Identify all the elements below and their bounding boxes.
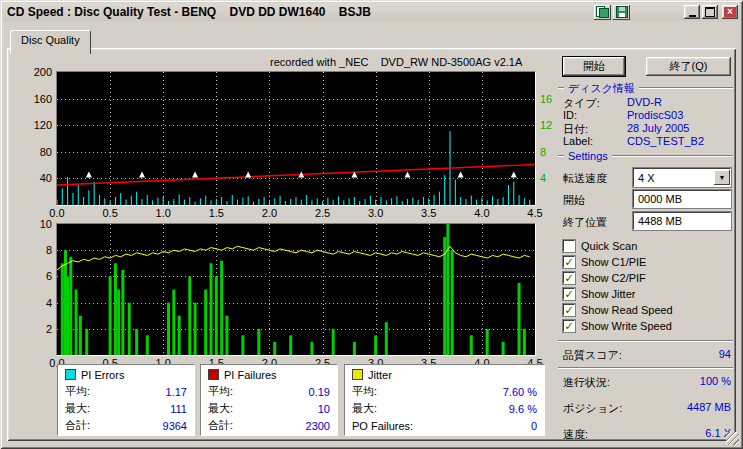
stat-value: 10	[318, 403, 330, 415]
quality-score-row: 品質スコア:94	[563, 348, 731, 363]
axis-tick-label: 10	[22, 218, 52, 230]
checkbox-box[interactable]: ✓	[563, 320, 575, 332]
checkbox-show-read-speed[interactable]: ✓Show Read Speed	[563, 303, 673, 317]
end-position-field[interactable]: 4488 MB	[633, 212, 731, 230]
stat-value: 2300	[306, 420, 330, 432]
checkbox-label: Show C1/PIE	[581, 256, 646, 268]
stat-label: 最大:	[352, 401, 377, 416]
start-position-value: 0000 MB	[638, 193, 682, 205]
pi-errors-chart	[56, 71, 536, 206]
save-disk-icon[interactable]	[613, 5, 630, 20]
checkbox-label: Show Jitter	[581, 288, 635, 300]
score-separator	[558, 340, 733, 342]
axis-tick-label: 200	[22, 66, 52, 78]
stat-label: 最大:	[208, 401, 233, 416]
position-value: 4487 MB	[687, 401, 731, 416]
checkbox-box[interactable]: ✓	[563, 304, 575, 316]
axis-tick-label: 3.0	[361, 207, 391, 219]
disc-info-title: ディスク情報	[564, 81, 639, 96]
end-position-label: 終了位置	[563, 215, 607, 230]
transfer-speed-label: 転送速度	[563, 171, 607, 186]
axis-tick-label: 40	[22, 172, 52, 184]
settings-title: Settings	[564, 150, 612, 162]
recorded-with-label: recorded with _NEC DVD_RW ND-3500AG v2.1…	[270, 56, 522, 68]
stat-label: 平均:	[65, 384, 90, 399]
checkbox-box[interactable]: ✓	[563, 272, 575, 284]
start-position-label: 開始	[563, 193, 585, 208]
start-position-field[interactable]: 0000 MB	[633, 190, 731, 208]
checkbox-box[interactable]	[563, 240, 575, 252]
pi-errors-left-axis: 2001601208040	[22, 72, 52, 205]
disc-id-label: ID:	[563, 109, 627, 121]
minimize-icon	[689, 15, 696, 17]
stat-value: 0	[531, 420, 537, 432]
position-row: ポジション:4487 MB	[563, 401, 731, 416]
pi-errors-panel-title: PI Errors	[81, 369, 124, 381]
progress-separator	[558, 367, 733, 369]
pi-failures-swatch	[208, 369, 219, 380]
checkbox-show-c2-pif[interactable]: ✓Show C2/PIF	[563, 271, 646, 285]
checkbox-label: Show C2/PIF	[581, 272, 646, 284]
resize-grip[interactable]	[726, 432, 739, 445]
stat-value: 111	[170, 403, 187, 415]
axis-tick-label: 120	[22, 119, 52, 131]
stat-value: 7.60 %	[503, 386, 537, 398]
speed-select[interactable]: 4 X ▼	[633, 168, 731, 187]
pi-errors-x-axis: 0.00.51.01.52.02.53.03.54.04.5	[57, 207, 535, 219]
tab-disc-quality[interactable]: Disc Quality	[10, 30, 91, 54]
stat-label: 平均:	[352, 384, 377, 399]
stat-value: 1.17	[166, 386, 187, 398]
axis-tick-label: 3.5	[414, 207, 444, 219]
progress-value: 100 %	[700, 375, 731, 390]
start-button[interactable]: 開始	[563, 57, 625, 76]
pi-failures-panel-title: PI Failures	[224, 369, 277, 381]
save-disk-icon	[616, 6, 628, 18]
app-window: CD Speed : Disc Quality Test - BENQ DVD …	[0, 0, 743, 449]
checkbox-label: Show Write Speed	[581, 320, 672, 332]
axis-tick-label: 4	[22, 297, 52, 309]
axis-tick-label: 2.5	[308, 207, 338, 219]
pi-errors-panel: PI Errors 平均:1.17 最大:111 合計:9364	[57, 364, 195, 436]
chart-copy-icon	[596, 6, 609, 18]
speed-row: 速度:6.1 X	[563, 427, 731, 442]
axis-tick-label: 1.5	[201, 207, 231, 219]
end-position-value: 4488 MB	[638, 215, 682, 227]
disc-id-value: ProdiscS03	[627, 109, 683, 121]
checkbox-show-c1-pie[interactable]: ✓Show C1/PIE	[563, 255, 646, 269]
progress-row: 進行状況:100 %	[563, 375, 731, 390]
disc-label-label: Label:	[563, 135, 627, 147]
jitter-panel: Jitter 平均:7.60 % 最大:9.6 % PO Failures:0	[344, 364, 545, 436]
chevron-down-icon[interactable]: ▼	[714, 170, 730, 185]
axis-tick-label: 80	[22, 146, 52, 158]
chart-copy-icon[interactable]	[594, 5, 611, 20]
disc-label-value: CDS_TEST_B2	[627, 135, 704, 147]
minimize-button[interactable]	[684, 5, 700, 19]
axis-tick-label: 8	[22, 244, 52, 256]
stat-value: 0.19	[309, 386, 330, 398]
tab-label: Disc Quality	[21, 34, 80, 46]
stat-value: 9.6 %	[509, 403, 537, 415]
settings-separator: Settings	[558, 152, 733, 160]
axis-tick-label: 4.5	[520, 207, 550, 219]
close-button[interactable]: ×	[722, 5, 738, 19]
quality-score-label: 品質スコア:	[563, 348, 622, 363]
pi-failures-chart	[56, 223, 536, 356]
checkbox-box[interactable]: ✓	[563, 288, 575, 300]
exit-button[interactable]: 終了(Q)	[646, 57, 731, 76]
maximize-button[interactable]	[702, 5, 718, 19]
checkbox-box[interactable]: ✓	[563, 256, 575, 268]
axis-tick-label: 1.0	[148, 207, 178, 219]
checkbox-quick-scan[interactable]: Quick Scan	[563, 239, 637, 253]
disc-label-row: Label:CDS_TEST_B2	[563, 135, 733, 147]
axis-tick-label: 2.0	[254, 207, 284, 219]
position-label: ポジション:	[563, 401, 622, 416]
disc-info-separator: ディスク情報	[558, 84, 733, 92]
checkbox-show-jitter[interactable]: ✓Show Jitter	[563, 287, 635, 301]
quality-score-value: 94	[719, 348, 731, 363]
pi-failures-chart-plot	[57, 224, 535, 355]
pi-errors-swatch	[65, 369, 76, 380]
disc-id-row: ID:ProdiscS03	[563, 109, 733, 121]
checkbox-show-write-speed[interactable]: ✓Show Write Speed	[563, 319, 672, 333]
axis-tick-label: 2	[22, 323, 52, 335]
axis-tick-label: 4.0	[467, 207, 497, 219]
